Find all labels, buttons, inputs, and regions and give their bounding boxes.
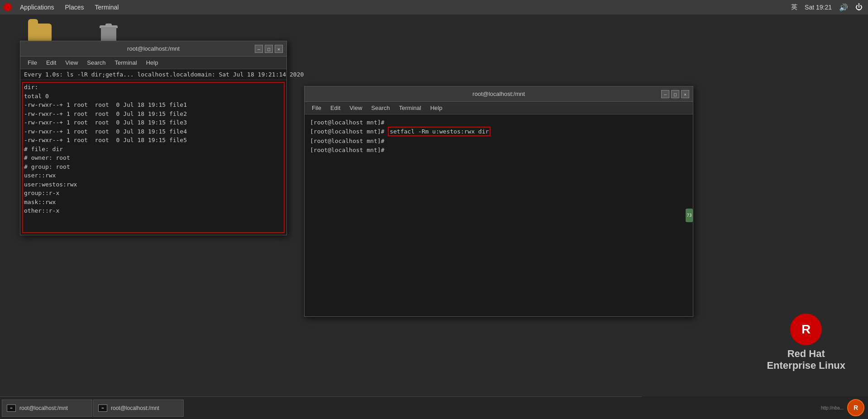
folder-icon — [28, 24, 52, 43]
term-view-1[interactable]: View — [62, 58, 81, 67]
window-controls-1: — □ ✕ — [255, 41, 283, 57]
minimize-button-1[interactable]: — — [255, 45, 263, 53]
taskbar-term-icon-symbol-2: ▬ — [102, 406, 104, 410]
taskbar-label-2: root@localhost:/mnt — [111, 405, 159, 411]
term-file-2[interactable]: File — [308, 104, 325, 112]
redhat-branding: R Red Hat Enterprise Linux — [767, 314, 845, 371]
term-terminal-2[interactable]: Terminal — [396, 104, 425, 112]
term-terminal-1[interactable]: Terminal — [111, 58, 141, 67]
top-bar-left: Applications Places Terminal — [4, 2, 123, 13]
term-edit-2[interactable]: Edit — [327, 104, 344, 112]
term-file-1[interactable]: File — [24, 58, 41, 67]
taskbar-term-icon-1: ▬ — [7, 405, 16, 412]
clock: Sat 19:21 — [805, 4, 832, 11]
redhat-logo-large: R — [790, 314, 822, 345]
terminal-text-2-line2: [root@localhost mnt]# — [310, 128, 388, 135]
terminal-content-1: dir: total 0 -rw-rwxr--+ 1 root root 0 J… — [20, 80, 286, 235]
scroll-indicator-text: 73 — [687, 213, 692, 218]
term-edit-1[interactable]: Edit — [43, 58, 60, 67]
window-controls-2: — □ ✕ — [661, 86, 689, 102]
term-search-1[interactable]: Search — [83, 58, 109, 67]
redhat-text-line2: Enterprise Linux — [767, 360, 845, 371]
taskbar-right: http://nba... R — [642, 396, 868, 419]
terminal-menu[interactable]: Terminal — [91, 2, 124, 13]
taskbar-item-2[interactable]: ▬ root@localhost:/mnt — [93, 400, 184, 417]
desktop: Home Trash root@localhost:/mnt — □ ✕ Fil… — [0, 14, 868, 396]
terminal-window-2[interactable]: root@localhost:/mnt — □ ✕ File Edit View… — [304, 86, 693, 317]
top-menubar: Applications Places Terminal 英 Sat 19:21… — [0, 0, 868, 14]
taskbar-term-icon-symbol-1: ▬ — [10, 406, 13, 410]
close-button-2[interactable]: ✕ — [681, 90, 689, 98]
taskbar-url-area: http://nba... — [821, 405, 844, 410]
term-search-2[interactable]: Search — [367, 104, 393, 112]
places-menu[interactable]: Places — [61, 2, 89, 13]
power-icon[interactable]: ⏻ — [855, 3, 863, 11]
terminal-menubar-2: File Edit View Search Terminal Help — [305, 102, 693, 114]
terminal-titlebar-1: root@localhost:/mnt — □ ✕ — [20, 41, 286, 57]
taskbar-right-content: http://nba... R — [821, 399, 864, 416]
language-indicator: 英 — [791, 3, 797, 11]
terminal-content-2: [root@localhost mnt]# [root@localhost mn… — [305, 114, 693, 316]
redhat-text-line1: Red Hat — [787, 348, 825, 360]
term-help-2[interactable]: Help — [427, 104, 446, 112]
terminal-text-2-line1: [root@localhost mnt]# — [310, 118, 687, 127]
terminal-window-1[interactable]: root@localhost:/mnt — □ ✕ File Edit View… — [20, 41, 287, 235]
terminal-text-1: dir: total 0 -rw-rwxr--+ 1 root root 0 J… — [24, 83, 283, 215]
taskbar-avatar[interactable]: R — [847, 399, 864, 416]
maximize-button-1[interactable]: □ — [265, 45, 273, 53]
scroll-indicator: 73 — [686, 209, 693, 222]
terminal-menubar-1: File Edit View Search Terminal Help — [20, 57, 286, 69]
taskbar-term-icon-2: ▬ — [98, 405, 107, 412]
command-highlight: setfacl -Rm u:westos:rwx dir — [388, 127, 491, 136]
terminal-watch-bar: Every 1.0s: ls -lR dir;getfa... localhos… — [20, 69, 286, 80]
terminal-title-2: root@localhost:/mnt — [472, 90, 525, 97]
term-help-1[interactable]: Help — [143, 58, 162, 67]
top-bar-right: 英 Sat 19:21 🔊 ⏻ — [791, 0, 863, 14]
close-button-1[interactable]: ✕ — [275, 45, 283, 53]
maximize-button-2[interactable]: □ — [671, 90, 679, 98]
minimize-button-2[interactable]: — — [661, 90, 669, 98]
redhat-logo-icon — [4, 3, 12, 11]
terminal-titlebar-2: root@localhost:/mnt — □ ✕ — [305, 86, 693, 102]
volume-icon[interactable]: 🔊 — [839, 3, 848, 12]
terminal-title-1: root@localhost:/mnt — [127, 45, 180, 52]
terminal-text-2-line3: [root@localhost mnt]# [root@localhost mn… — [310, 137, 687, 154]
taskbar-label-1: root@localhost:/mnt — [19, 405, 68, 411]
applications-menu[interactable]: Applications — [15, 2, 59, 13]
term-view-2[interactable]: View — [346, 104, 366, 112]
taskbar-item-1[interactable]: ▬ root@localhost:/mnt — [2, 400, 92, 417]
redhat-logo-letter: R — [801, 322, 811, 337]
taskbar: ▬ root@localhost:/mnt ▬ root@localhost:/… — [0, 396, 868, 419]
